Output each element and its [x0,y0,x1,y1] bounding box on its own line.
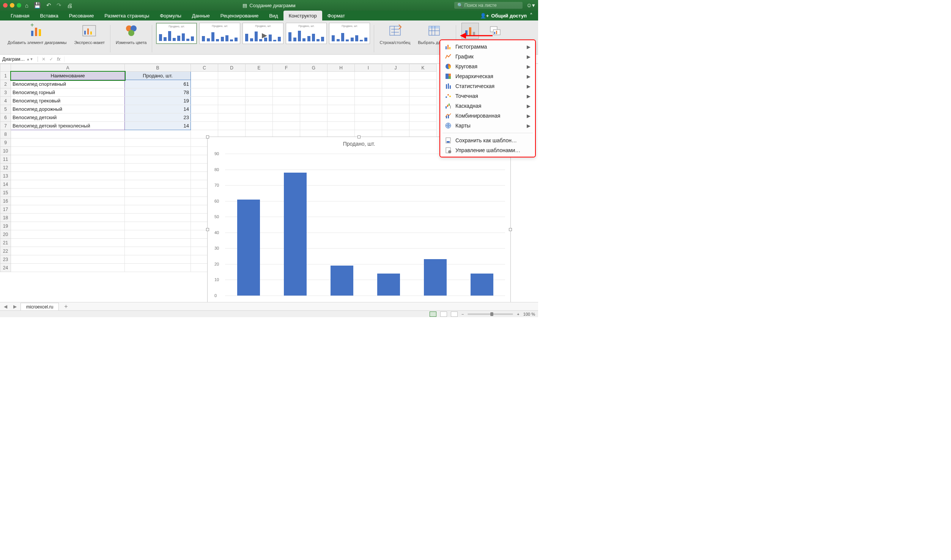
cell-D7[interactable] [218,122,246,130]
cell-F1[interactable] [273,72,300,80]
page-layout-view[interactable] [440,311,447,317]
cell-H7[interactable] [327,122,355,130]
quick-layout[interactable]: Экспресс-макет [70,23,109,54]
change-colors[interactable]: Изменить цвета [112,23,150,54]
tab-prev[interactable]: ◀ [2,304,9,309]
row-21[interactable]: 21 [0,239,11,247]
cell-B12[interactable] [125,164,191,172]
cell-A3[interactable]: Велосипед горный [11,88,125,97]
cell-I5[interactable] [355,105,382,113]
cell-B9[interactable] [125,138,191,147]
save-icon[interactable]: 💾 [34,2,41,9]
cell-A15[interactable] [11,189,125,197]
cell-E3[interactable] [246,88,273,97]
cell-K7[interactable] [409,122,437,130]
fx-icon[interactable]: fx [57,57,60,62]
cell-A12[interactable] [11,164,125,172]
cell-F7[interactable] [273,122,300,130]
cell-J1[interactable] [382,72,409,80]
cell-I2[interactable] [355,80,382,88]
cell-E1[interactable] [246,72,273,80]
cell-J3[interactable] [382,88,409,97]
cell-C4[interactable] [191,97,218,105]
col-B[interactable]: B [125,64,191,72]
cell-A4[interactable]: Велосипед трековый [11,97,125,105]
cell-D4[interactable] [218,97,246,105]
cell-H1[interactable] [327,72,355,80]
bar[interactable] [331,266,353,296]
close-window[interactable] [3,3,8,8]
cell-A20[interactable] [11,230,125,239]
cell-G6[interactable] [300,113,327,122]
cell-C3[interactable] [191,88,218,97]
row-7[interactable]: 7 [0,122,11,130]
cell-A19[interactable] [11,222,125,230]
cell-A18[interactable] [11,214,125,222]
cell-J7[interactable] [382,122,409,130]
cell-A16[interactable] [11,197,125,205]
row-18[interactable]: 18 [0,214,11,222]
zoom-window[interactable] [17,3,21,8]
cell-H5[interactable] [327,105,355,113]
tab-Данные[interactable]: Данные [187,11,215,20]
cell-G2[interactable] [300,80,327,88]
tab-Вставка[interactable]: Вставка [35,11,63,20]
cell-I1[interactable] [355,72,382,80]
cell-C6[interactable] [191,113,218,122]
cell-J6[interactable] [382,113,409,122]
cell-G4[interactable] [300,97,327,105]
tab-Рисование[interactable]: Рисование [64,11,99,20]
manage-templates[interactable]: Управление шаблонами… [440,145,535,155]
cell-K5[interactable] [409,105,437,113]
chart-style-1[interactable]: Продано, шт. [156,23,197,44]
cell-A8[interactable] [11,130,125,138]
row-3[interactable]: 3 [0,88,11,97]
zoom-value[interactable]: 100 % [523,312,535,316]
resize-handle[interactable] [509,228,512,231]
cell-H4[interactable] [327,97,355,105]
row-13[interactable]: 13 [0,172,11,180]
cell-B8[interactable] [125,130,191,138]
cell-E4[interactable] [246,97,273,105]
cell-E7[interactable] [246,122,273,130]
zoom-in[interactable]: + [517,312,519,316]
row-1[interactable]: 1 [0,72,11,80]
tab-Конструктор[interactable]: Конструктор [283,11,322,20]
row-20[interactable]: 20 [0,230,11,239]
cell-B14[interactable] [125,180,191,189]
cell-D3[interactable] [218,88,246,97]
cell-F3[interactable] [273,88,300,97]
resize-handle[interactable] [357,135,361,138]
cell-D6[interactable] [218,113,246,122]
switch-row-col[interactable]: Строка/столбец [376,23,414,54]
cell-K2[interactable] [409,80,437,88]
cell-B18[interactable] [125,214,191,222]
cell-A2[interactable]: Велосипед спортивный [11,80,125,88]
col-I[interactable]: I [355,64,382,72]
cell-A11[interactable] [11,155,125,164]
cell-D2[interactable] [218,80,246,88]
cell-B10[interactable] [125,147,191,155]
resize-handle[interactable] [206,135,209,138]
row-11[interactable]: 11 [0,155,11,164]
cell-B4[interactable]: 19 [125,97,191,105]
cell-G5[interactable] [300,105,327,113]
cell-B6[interactable]: 23 [125,113,191,122]
charttype-scatter[interactable]: Точечная▶ [440,91,535,101]
select-all[interactable] [0,64,11,72]
home-icon[interactable]: ⌂ [25,2,28,9]
page-break-view[interactable] [451,311,458,317]
sheet-tab[interactable]: microexcel.ru [20,303,59,311]
row-10[interactable]: 10 [0,147,11,155]
row-23[interactable]: 23 [0,255,11,264]
tab-Вид[interactable]: Вид [264,11,283,20]
cell-F2[interactable] [273,80,300,88]
cell-B15[interactable] [125,189,191,197]
tab-Главная[interactable]: Главная [5,11,35,20]
cell-I7[interactable] [355,122,382,130]
cell-B23[interactable] [125,255,191,264]
cell-E6[interactable] [246,113,273,122]
row-15[interactable]: 15 [0,189,11,197]
cell-B5[interactable]: 14 [125,105,191,113]
cell-A9[interactable] [11,138,125,147]
